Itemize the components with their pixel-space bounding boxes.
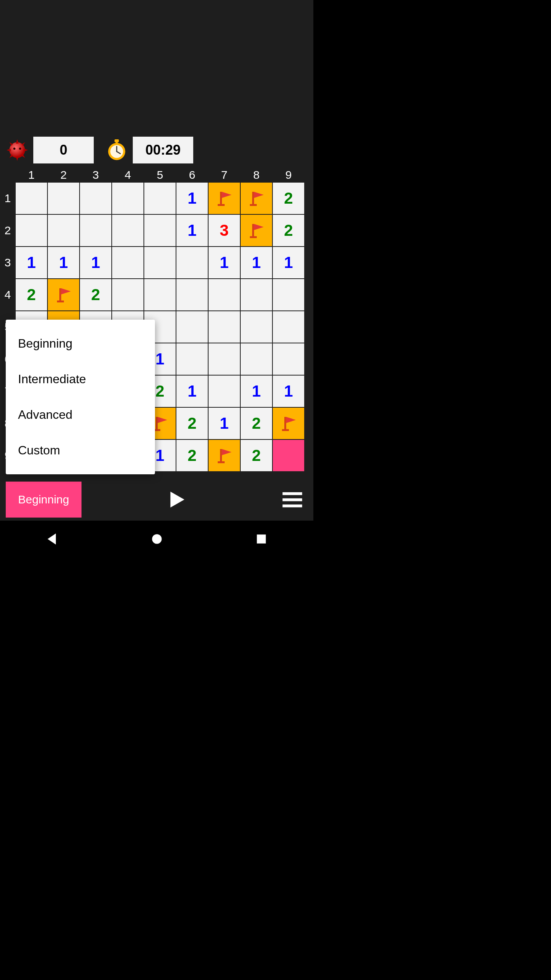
cell-r4-c5[interactable] bbox=[144, 279, 176, 310]
cell-r4-c2[interactable] bbox=[48, 279, 79, 310]
svg-marker-4 bbox=[24, 149, 28, 151]
svg-rect-30 bbox=[282, 429, 289, 431]
cell-r1-c2[interactable] bbox=[48, 183, 79, 214]
play-icon bbox=[166, 490, 186, 510]
svg-point-10 bbox=[19, 147, 21, 150]
cell-r9-c7[interactable] bbox=[209, 440, 240, 471]
cell-r7-c7[interactable] bbox=[209, 376, 240, 407]
game-screen: 0 00:29 1 2 3 4 5 6 7 8 9 1 2 3 4 5 6 7 bbox=[0, 0, 313, 521]
cell-r4-c7[interactable] bbox=[209, 279, 240, 310]
square-icon bbox=[254, 532, 268, 546]
cell-r4-c6[interactable] bbox=[176, 279, 208, 310]
col-label: 8 bbox=[240, 168, 272, 182]
cell-r3-c3[interactable]: 1 bbox=[80, 247, 111, 278]
cell-r2-c7[interactable]: 3 bbox=[209, 215, 240, 246]
board-row: 12 bbox=[15, 182, 305, 214]
difficulty-option-custom[interactable]: Custom bbox=[6, 433, 155, 468]
nav-back-button[interactable] bbox=[41, 528, 64, 550]
flag-icon bbox=[279, 414, 298, 433]
cell-r8-c7[interactable]: 1 bbox=[209, 408, 240, 439]
cell-r9-c9[interactable] bbox=[273, 440, 304, 471]
cell-r5-c7[interactable] bbox=[209, 311, 240, 343]
cell-r1-c8[interactable] bbox=[241, 183, 272, 214]
cell-r9-c8[interactable]: 2 bbox=[241, 440, 272, 471]
cell-r8-c6[interactable]: 2 bbox=[176, 408, 208, 439]
cell-r3-c5[interactable] bbox=[144, 247, 176, 278]
cell-r2-c4[interactable] bbox=[112, 215, 143, 246]
cell-r3-c4[interactable] bbox=[112, 247, 143, 278]
elapsed-time-counter: 00:29 bbox=[133, 137, 193, 163]
circle-icon bbox=[150, 532, 164, 546]
cell-r3-c1[interactable]: 1 bbox=[16, 247, 47, 278]
nav-home-button[interactable] bbox=[145, 528, 168, 550]
cell-r4-c3[interactable]: 2 bbox=[80, 279, 111, 310]
cell-r2-c8[interactable] bbox=[241, 215, 272, 246]
hamburger-icon bbox=[280, 487, 305, 512]
svg-marker-37 bbox=[47, 534, 56, 545]
cell-r3-c8[interactable]: 1 bbox=[241, 247, 272, 278]
stopwatch-icon bbox=[105, 139, 128, 162]
cell-r3-c6[interactable] bbox=[176, 247, 208, 278]
cell-r3-c7[interactable]: 1 bbox=[209, 247, 240, 278]
svg-rect-32 bbox=[218, 461, 225, 463]
nav-recent-button[interactable] bbox=[250, 528, 273, 550]
cell-r8-c9[interactable] bbox=[273, 408, 304, 439]
flag-icon bbox=[247, 221, 266, 240]
svg-point-9 bbox=[13, 147, 16, 150]
svg-marker-33 bbox=[170, 492, 184, 508]
difficulty-dropdown: Beginning Intermediate Advanced Custom bbox=[6, 320, 155, 474]
difficulty-button[interactable]: Beginning bbox=[6, 482, 82, 518]
cell-r1-c1[interactable] bbox=[16, 183, 47, 214]
cell-r5-c6[interactable] bbox=[176, 311, 208, 343]
cell-r2-c2[interactable] bbox=[48, 215, 79, 246]
flag-icon bbox=[247, 189, 266, 208]
cell-r3-c2[interactable]: 1 bbox=[48, 247, 79, 278]
cell-r7-c8[interactable]: 1 bbox=[241, 376, 272, 407]
cell-r8-c8[interactable]: 2 bbox=[241, 408, 272, 439]
svg-rect-31 bbox=[220, 449, 222, 463]
cell-r2-c3[interactable] bbox=[80, 215, 111, 246]
cell-r2-c5[interactable] bbox=[144, 215, 176, 246]
cell-r4-c1[interactable]: 2 bbox=[16, 279, 47, 310]
column-labels: 1 2 3 4 5 6 7 8 9 bbox=[15, 168, 305, 182]
svg-rect-34 bbox=[282, 492, 302, 495]
play-button[interactable] bbox=[82, 490, 271, 510]
difficulty-option-beginning[interactable]: Beginning bbox=[6, 326, 155, 361]
difficulty-option-intermediate[interactable]: Intermediate bbox=[6, 361, 155, 397]
col-label: 5 bbox=[144, 168, 176, 182]
cell-r4-c8[interactable] bbox=[241, 279, 272, 310]
mine-icon bbox=[6, 139, 29, 162]
svg-rect-36 bbox=[282, 505, 302, 507]
cell-r1-c3[interactable] bbox=[80, 183, 111, 214]
svg-marker-3 bbox=[7, 149, 11, 151]
cell-r6-c8[interactable] bbox=[241, 343, 272, 375]
cell-r7-c9[interactable]: 1 bbox=[273, 376, 304, 407]
cell-r1-c6[interactable]: 1 bbox=[176, 183, 208, 214]
svg-rect-27 bbox=[156, 417, 158, 431]
cell-r5-c9[interactable] bbox=[273, 311, 304, 343]
cell-r1-c5[interactable] bbox=[144, 183, 176, 214]
cell-r5-c8[interactable] bbox=[241, 311, 272, 343]
cell-r6-c7[interactable] bbox=[209, 343, 240, 375]
cell-r2-c1[interactable] bbox=[16, 215, 47, 246]
bottom-bar: Beginning bbox=[0, 479, 313, 521]
cell-r6-c9[interactable] bbox=[273, 343, 304, 375]
cell-r1-c4[interactable] bbox=[112, 183, 143, 214]
col-label: 9 bbox=[272, 168, 305, 182]
row-label: 3 bbox=[0, 247, 15, 279]
menu-button[interactable] bbox=[271, 482, 313, 518]
svg-rect-23 bbox=[59, 288, 61, 302]
cell-r2-c9[interactable]: 2 bbox=[273, 215, 304, 246]
cell-r4-c9[interactable] bbox=[273, 279, 304, 310]
cell-r9-c6[interactable]: 2 bbox=[176, 440, 208, 471]
cell-r1-c7[interactable] bbox=[209, 183, 240, 214]
cell-r7-c6[interactable]: 1 bbox=[176, 376, 208, 407]
row-label: 2 bbox=[0, 214, 15, 247]
difficulty-option-advanced[interactable]: Advanced bbox=[6, 397, 155, 433]
cell-r6-c6[interactable] bbox=[176, 343, 208, 375]
cell-r3-c9[interactable]: 1 bbox=[273, 247, 304, 278]
svg-point-38 bbox=[152, 534, 161, 544]
cell-r1-c9[interactable]: 2 bbox=[273, 183, 304, 214]
cell-r4-c4[interactable] bbox=[112, 279, 143, 310]
cell-r2-c6[interactable]: 1 bbox=[176, 215, 208, 246]
